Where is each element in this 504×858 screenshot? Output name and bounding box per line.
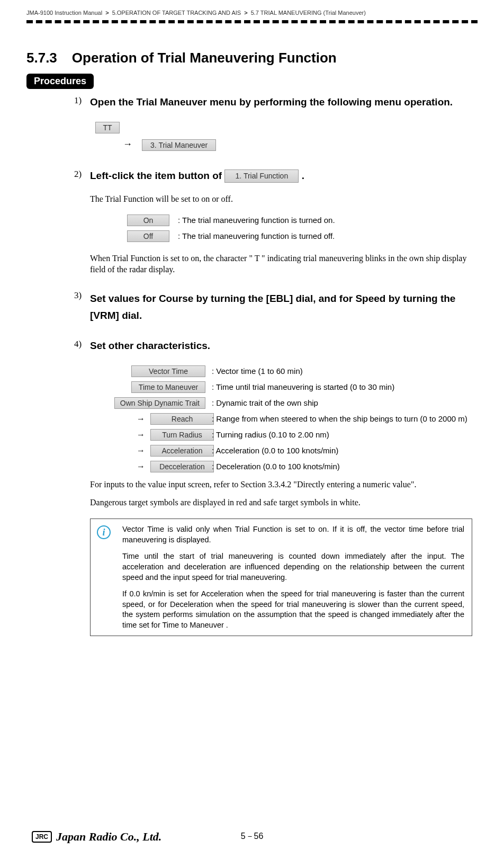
- turn-radius-button[interactable]: Turn Radius: [150, 429, 214, 441]
- on-desc: : The trial maneuvering function is turn…: [178, 216, 335, 225]
- breadcrumb: JMA-9100 Instruction Manual > 5.OPERATIO…: [26, 0, 478, 16]
- vector-time-desc: : Vector time (1 to 60 min): [212, 365, 472, 377]
- step-number: 3): [74, 290, 90, 301]
- separator: [26, 20, 478, 23]
- menu-button-tt[interactable]: TT: [95, 122, 120, 133]
- breadcrumb-manual: JMA-9100 Instruction Manual: [26, 10, 102, 16]
- step-4: 4) Set other characteristics. Vector Tim…: [74, 339, 472, 636]
- char-row-reach: →Reach : Range from when steered to when…: [90, 413, 472, 425]
- on-row: On : The trial maneuvering function is t…: [127, 215, 472, 226]
- own-ship-desc: : Dynamic trait of the own ship: [212, 397, 472, 409]
- step-text: .: [299, 170, 304, 181]
- procedures-badge: Procedures: [26, 74, 94, 89]
- turn-radius-desc: : Turning radius (0.10 to 2.00 nm): [212, 429, 472, 441]
- off-desc: : The trial maneuvering function is turn…: [178, 231, 335, 240]
- acceleration-desc: : Acceleration (0.0 to 100 knots/min): [212, 445, 472, 457]
- deceleration-desc: : Deceleration (0.0 to 100 knots/min): [212, 461, 472, 472]
- time-to-maneuver-desc: : Time until trial maneuvering is starte…: [212, 381, 472, 393]
- off-button[interactable]: Off: [127, 230, 169, 242]
- char-row-acceleration: →Acceleration : Acceleration (0.0 to 100…: [90, 445, 472, 457]
- step-heading: Open the Trial Maneuver menu by performi…: [90, 95, 472, 109]
- breadcrumb-sep: >: [105, 10, 109, 16]
- note: For inputs to the value input screen, re…: [90, 479, 472, 490]
- footer-brand: JRC Japan Radio Co., Ltd.: [32, 830, 161, 844]
- arrow-icon: →: [137, 430, 145, 440]
- footer: JRC Japan Radio Co., Ltd. 5－56: [0, 831, 504, 842]
- jrc-logo: JRC: [32, 831, 52, 843]
- info-paragraph: If 0.0 kn/min is set for Acceleration wh…: [122, 589, 464, 630]
- arrow-icon: →: [123, 139, 132, 150]
- info-box: i Vector Time is valid only when Trial F…: [90, 519, 472, 636]
- on-button[interactable]: On: [127, 215, 169, 226]
- info-paragraph: Vector Time is valid only when Trial Fun…: [122, 524, 464, 545]
- step-number: 4): [74, 339, 90, 350]
- char-row-deceleration: →Decceleration : Deceleration (0.0 to 10…: [90, 461, 472, 472]
- arrow-icon: →: [137, 446, 145, 455]
- time-to-maneuver-button[interactable]: Time to Maneuver: [131, 381, 205, 393]
- reach-desc: : Range from when steered to when the sh…: [212, 413, 472, 425]
- info-icon: i: [97, 525, 111, 539]
- step-heading: Set other characteristics.: [90, 339, 472, 353]
- section-title: 5.7.3Operation of Trial Maneuvering Func…: [26, 50, 478, 66]
- char-row-time-to-maneuver: Time to Maneuver : Time until trial mane…: [90, 381, 472, 393]
- step-number: 2): [74, 169, 90, 180]
- own-ship-button[interactable]: Own Ship Dynamic Trait: [114, 397, 205, 409]
- deceleration-button[interactable]: Decceleration: [150, 461, 214, 472]
- description: The Trial Function will be set to on or …: [90, 193, 472, 205]
- menu-button-trial-maneuver[interactable]: 3. Trial Maneuver: [142, 139, 216, 151]
- off-row: Off : The trial maneuvering function is …: [127, 230, 472, 242]
- page-number: 5－56: [241, 831, 264, 842]
- breadcrumb-chapter: 5.OPERATION OF TARGET TRACKING AND AIS: [112, 10, 241, 16]
- description: When Trial Function is set to on, the ch…: [90, 253, 472, 275]
- acceleration-button[interactable]: Acceleration: [150, 445, 214, 457]
- char-row-own-ship: Own Ship Dynamic Trait : Dynamic trait o…: [90, 397, 472, 409]
- menu-button-trial-function[interactable]: 1. Trial Function: [224, 169, 299, 183]
- step-2: 2) Left-click the item button of 1. Tria…: [74, 169, 472, 275]
- vector-time-button[interactable]: Vector Time: [131, 365, 205, 377]
- section-heading: Operation of Trial Maneuvering Function: [72, 50, 337, 66]
- breadcrumb-sep: >: [244, 10, 247, 16]
- brand-name: Japan Radio Co., Ltd.: [56, 830, 161, 844]
- step-heading: Left-click the item button of 1. Trial F…: [90, 169, 472, 183]
- section-number: 5.7.3: [26, 50, 57, 66]
- step-heading: Set values for Course by turning the [EB…: [90, 290, 472, 325]
- step-1: 1) Open the Trial Maneuver menu by perfo…: [74, 95, 472, 151]
- info-paragraph: Time until the start of trial maneuverin…: [122, 551, 464, 583]
- step-3: 3) Set values for Course by turning the …: [74, 290, 472, 325]
- step-text: Left-click the item button of: [90, 170, 224, 181]
- note: Dangerous target symbols are displayed i…: [90, 497, 472, 508]
- arrow-icon: →: [137, 462, 145, 471]
- arrow-icon: →: [137, 414, 145, 424]
- char-row-turn-radius: →Turn Radius : Turning radius (0.10 to 2…: [90, 429, 472, 441]
- breadcrumb-section: 5.7 TRIAL MANEUVERING (Trial Maneuver): [251, 10, 366, 16]
- step-number: 1): [74, 95, 90, 106]
- char-row-vector-time: Vector Time : Vector time (1 to 60 min): [90, 365, 472, 377]
- reach-button[interactable]: Reach: [150, 413, 214, 425]
